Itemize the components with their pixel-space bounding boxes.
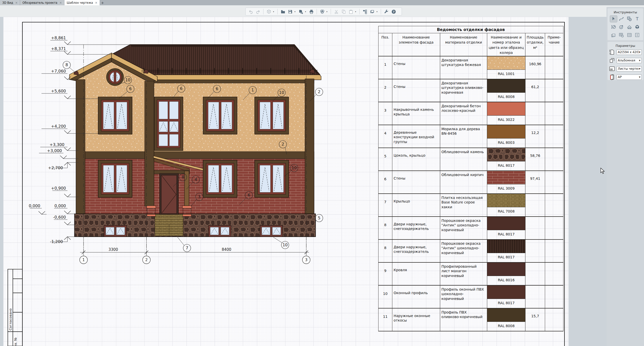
- svg-text:7: 7: [186, 246, 188, 250]
- svg-text:2: 2: [145, 258, 148, 262]
- svg-text:3: 3: [198, 194, 201, 199]
- copy-button[interactable]: [340, 9, 347, 15]
- undo-button[interactable]: [248, 9, 254, 15]
- export-button[interactable]: [298, 9, 304, 15]
- col-header: Площадь отделки, м²: [525, 33, 545, 56]
- page-size-select[interactable]: A2(594 x 420)▼: [617, 50, 642, 55]
- svg-text:10: 10: [292, 165, 297, 170]
- pilaster-middle: [145, 81, 154, 206]
- svg-text:0,000: 0,000: [29, 203, 40, 208]
- tab-project-browser[interactable]: Обозреватель проекта×: [20, 0, 64, 5]
- tool-hatch[interactable]: [626, 16, 633, 22]
- tool-text[interactable]: T: [634, 16, 641, 22]
- app-window: 3D Вид× Обозреватель проекта× Шаблон чер…: [0, 0, 644, 346]
- col-header: Наименование и номер эталона цвета или о…: [487, 33, 525, 56]
- svg-text:6: 6: [129, 86, 132, 91]
- svg-text:5: 5: [318, 216, 320, 220]
- cut-button[interactable]: [333, 9, 339, 15]
- svg-text:6: 6: [180, 86, 182, 91]
- tools-panel: Инструменты T A A1: [608, 8, 643, 40]
- tool-assembly[interactable]: [626, 24, 633, 30]
- swatch-ral-8017-stone: [487, 148, 525, 161]
- paste-button[interactable]: [348, 9, 354, 15]
- tab-label: Шаблон чертежа: [67, 1, 93, 5]
- drawing-canvas[interactable]: Согласовано Взам. инв. №: [0, 17, 644, 346]
- stair-window: [154, 97, 183, 151]
- svg-text:A: A: [620, 26, 622, 29]
- tab-bar: 3D Вид× Обозреватель проекта× Шаблон чер…: [0, 0, 644, 5]
- table-row: 7 Крыльцо Плитка нескользящая Base Natur…: [378, 194, 563, 217]
- pilaster-left: [76, 80, 85, 214]
- chevron-down-icon[interactable]: ▾: [376, 11, 378, 13]
- right-panel: Инструменты T A A1 Параметры A2(594 x 42…: [607, 7, 644, 346]
- svg-text:-0,600: -0,600: [53, 215, 66, 220]
- tool-specification[interactable]: [634, 32, 641, 38]
- 3d-mode-button[interactable]: [266, 9, 272, 15]
- chevron-down-icon[interactable]: ▾: [355, 11, 357, 13]
- close-icon[interactable]: ×: [59, 1, 62, 5]
- tab-3d-view[interactable]: 3D Вид×: [0, 0, 20, 5]
- drawing-sheet[interactable]: Согласовано Взам. инв. №: [3, 17, 569, 346]
- swatch-ral-8003: [487, 125, 525, 139]
- swatch-ral-3022: [487, 102, 525, 116]
- svg-text:2: 2: [318, 89, 320, 94]
- tool-sheets[interactable]: A1: [610, 32, 617, 38]
- tool-dimension[interactable]: [610, 24, 617, 30]
- redo-button[interactable]: [255, 9, 261, 15]
- svg-text:+8,371: +8,371: [51, 46, 66, 51]
- close-icon[interactable]: ×: [15, 1, 18, 5]
- svg-text:4: 4: [195, 177, 197, 182]
- table-row: 4 Деревянные конструкции входной группы …: [378, 125, 563, 148]
- swatch-ral-8017-window: [487, 286, 525, 299]
- toolbar: ▾ ▾ ▾ ▾ ▾ ▾ ?: [0, 5, 644, 17]
- svg-text:0,000: 0,000: [54, 203, 66, 208]
- mouse-cursor: [600, 168, 605, 175]
- tool-table[interactable]: [626, 32, 633, 38]
- tool-select[interactable]: [610, 16, 617, 22]
- chevron-down-icon[interactable]: ▾: [273, 11, 275, 13]
- table-row: 9 Кровля Профилированный лист махагон ко…: [378, 262, 563, 285]
- svg-text:+3,000: +3,000: [47, 148, 62, 153]
- svg-text:+3,300: +3,300: [50, 142, 64, 147]
- settings-wrench-button[interactable]: [383, 9, 389, 15]
- swatch-ral-7008-flagstone: [487, 194, 525, 207]
- chevron-down-icon[interactable]: ▾: [294, 11, 296, 13]
- tab-drawing-template[interactable]: Шаблон чертежа×: [64, 0, 100, 5]
- tool-annotation[interactable]: A: [618, 24, 625, 30]
- svg-text:T: T: [636, 16, 639, 21]
- sync-button[interactable]: [319, 9, 325, 15]
- discipline-select[interactable]: АР▼: [617, 75, 642, 80]
- tool-3d-view[interactable]: [634, 24, 641, 30]
- svg-text:10: 10: [125, 78, 130, 82]
- tool-spline[interactable]: [618, 16, 625, 22]
- close-icon[interactable]: ×: [95, 1, 97, 5]
- svg-text:1: 1: [251, 88, 254, 92]
- orientation-icon: [609, 57, 615, 63]
- col-header: Наименование материала отделки: [440, 33, 487, 56]
- structure-button[interactable]: [362, 9, 368, 15]
- orientation-select[interactable]: Альбомная▼: [617, 58, 642, 63]
- round-window: [106, 68, 124, 86]
- tool-linked-table[interactable]: [618, 32, 625, 38]
- open-button[interactable]: [280, 9, 286, 15]
- chevron-down-icon[interactable]: ▾: [305, 11, 307, 13]
- print-button[interactable]: [308, 9, 314, 15]
- help-button[interactable]: ?: [391, 9, 397, 15]
- chevron-down-icon[interactable]: ▾: [326, 11, 328, 13]
- svg-text:2: 2: [282, 142, 284, 147]
- sheet-type-select[interactable]: Листы чертежа▼: [617, 66, 642, 72]
- svg-text:1: 1: [82, 258, 85, 262]
- svg-text:3300: 3300: [108, 247, 118, 252]
- swatch-ral-8017-striped: [487, 240, 525, 253]
- swatch-ral-8008-pvc: [487, 308, 525, 322]
- dimension-line: 3300 8400 1 2 3: [80, 237, 310, 264]
- save-button[interactable]: [287, 9, 293, 15]
- layers-button[interactable]: [369, 9, 375, 15]
- table-row: 5 Цоколь, крыльцо Облицовочный камень RA…: [378, 148, 563, 171]
- svg-text:+7,060: +7,060: [51, 69, 66, 74]
- new-tab-button[interactable]: +: [100, 0, 105, 5]
- svg-text:+8,861: +8,861: [51, 36, 66, 40]
- tab-label: Обозреватель проекта: [22, 1, 57, 5]
- tools-panel-title: Инструменты: [608, 8, 643, 16]
- page-size-icon: [609, 49, 615, 55]
